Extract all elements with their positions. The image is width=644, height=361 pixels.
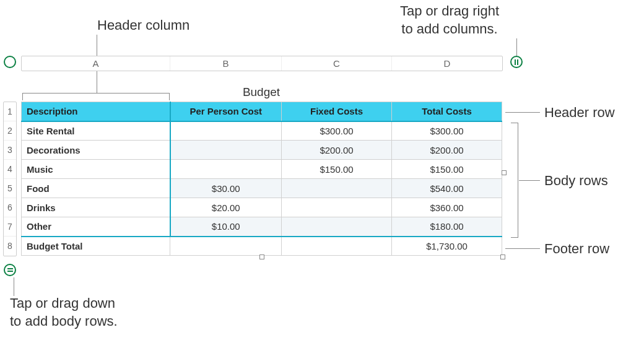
callout-add-rows: Tap or drag down to add body rows.	[10, 295, 118, 330]
row-num-1[interactable]: 1	[4, 102, 16, 121]
selection-handle[interactable]	[502, 170, 507, 175]
cell[interactable]: Food	[22, 179, 170, 198]
corner-handle[interactable]	[4, 56, 16, 68]
cell[interactable]: $20.00	[170, 198, 282, 217]
column-letters: A B C D	[21, 56, 503, 71]
callout-add-columns: Tap or drag right to add columns.	[381, 2, 518, 38]
header-description[interactable]: Description	[22, 102, 170, 121]
cell[interactable]: $150.00	[282, 160, 392, 179]
cell[interactable]	[282, 217, 392, 237]
cell[interactable]	[282, 237, 392, 256]
row-num-7[interactable]: 7	[4, 217, 16, 237]
row-num-2[interactable]: 2	[4, 121, 16, 141]
cell[interactable]	[282, 179, 392, 198]
row-numbers: 1 2 3 4 5 6 7 8	[3, 102, 17, 256]
cell-budget-total-label[interactable]: Budget Total	[22, 237, 170, 256]
table-row: Food $30.00 $540.00	[22, 179, 502, 198]
cell[interactable]	[170, 141, 282, 160]
selection-handle[interactable]	[259, 254, 264, 259]
header-fixed-costs[interactable]: Fixed Costs	[282, 102, 392, 121]
cell[interactable]	[170, 121, 282, 141]
leader-line	[519, 180, 540, 181]
cell[interactable]: Other	[22, 217, 170, 237]
col-letter-a[interactable]: A	[22, 56, 170, 71]
cell[interactable]: $180.00	[392, 217, 502, 237]
table-title[interactable]: Budget	[21, 85, 502, 99]
leader-line	[14, 277, 14, 296]
header-total-costs[interactable]: Total Costs	[392, 102, 502, 121]
row-num-5[interactable]: 5	[4, 179, 16, 198]
cell[interactable]: Decorations	[22, 141, 170, 160]
cell[interactable]	[170, 160, 282, 179]
cell-budget-total-value[interactable]: $1,730.00	[392, 237, 502, 256]
callout-footer-row: Footer row	[544, 240, 609, 258]
table-row: Drinks $20.00 $360.00	[22, 198, 502, 217]
row-num-3[interactable]: 3	[4, 141, 16, 160]
table-row: Other $10.00 $180.00	[22, 217, 502, 237]
cell[interactable]	[170, 237, 282, 256]
callout-body-rows: Body rows	[544, 172, 608, 190]
col-letter-c[interactable]: C	[282, 56, 392, 71]
footer-row: Budget Total $1,730.00	[22, 237, 502, 256]
add-columns-handle[interactable]	[510, 56, 523, 68]
header-per-person[interactable]: Per Person Cost	[170, 102, 282, 121]
cell[interactable]: $10.00	[170, 217, 282, 237]
row-num-4[interactable]: 4	[4, 160, 16, 179]
budget-table: Description Per Person Cost Fixed Costs …	[21, 102, 502, 256]
table-row: Music $150.00 $150.00	[22, 160, 502, 179]
table-row: Decorations $200.00 $200.00	[22, 141, 502, 160]
row-num-8[interactable]: 8	[4, 237, 16, 256]
table-row: Site Rental $300.00 $300.00	[22, 121, 502, 141]
header-row: Description Per Person Cost Fixed Costs …	[22, 102, 502, 121]
cell[interactable]: Drinks	[22, 198, 170, 217]
cell[interactable]: Music	[22, 160, 170, 179]
cell[interactable]: $150.00	[392, 160, 502, 179]
cell[interactable]: $200.00	[392, 141, 502, 160]
col-letter-d[interactable]: D	[392, 56, 502, 71]
leader-line	[505, 248, 540, 249]
cell[interactable]: $360.00	[392, 198, 502, 217]
cell[interactable]: $300.00	[392, 121, 502, 141]
callout-header-column: Header column	[97, 17, 189, 35]
row-num-6[interactable]: 6	[4, 198, 16, 217]
selection-handle[interactable]	[500, 254, 505, 259]
callout-header-row: Header row	[544, 104, 615, 122]
leader-line	[516, 38, 517, 56]
cell[interactable]: $540.00	[392, 179, 502, 198]
cell[interactable]: $30.00	[170, 179, 282, 198]
bracket-body-rows	[511, 123, 518, 238]
cell[interactable]: Site Rental	[22, 121, 170, 141]
col-letter-b[interactable]: B	[170, 56, 282, 71]
add-rows-handle[interactable]	[4, 264, 16, 276]
cell[interactable]	[282, 198, 392, 217]
leader-line	[505, 112, 540, 113]
cell[interactable]: $200.00	[282, 141, 392, 160]
cell[interactable]: $300.00	[282, 121, 392, 141]
